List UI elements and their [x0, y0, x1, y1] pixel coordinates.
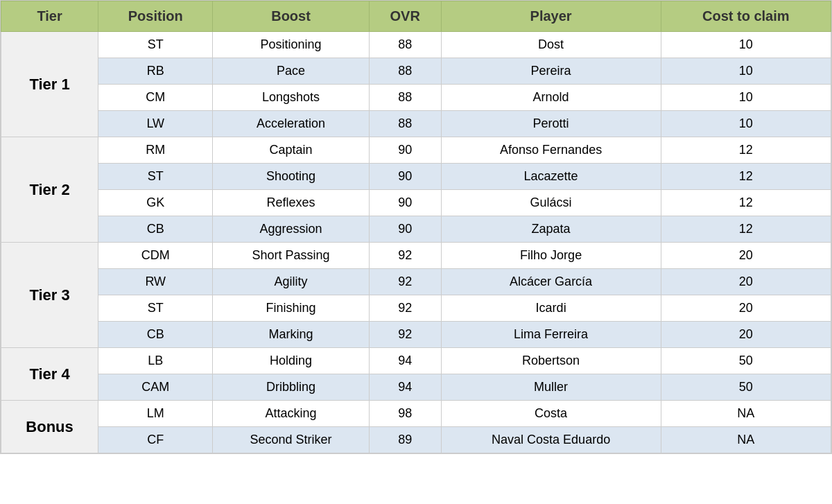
ovr-cell: 90 [369, 216, 441, 243]
position-cell: RW [98, 269, 213, 295]
position-cell: CB [98, 216, 213, 243]
cost-cell: 50 [661, 348, 831, 374]
cost-cell: 10 [661, 111, 831, 137]
position-cell: CF [98, 427, 213, 453]
position-cell: ST [98, 32, 213, 58]
ovr-cell: 90 [369, 164, 441, 190]
table-row: GKReflexes90Gulácsi12 [1, 190, 831, 216]
tier-cell: Tier 1 [1, 32, 98, 137]
table-row: CAMDribbling94Muller50 [1, 374, 831, 401]
ovr-cell: 88 [369, 32, 441, 58]
boost-cell: Acceleration [213, 111, 370, 137]
player-cell: Gulácsi [441, 190, 661, 216]
player-cell: Robertson [441, 348, 661, 374]
boost-cell: Short Passing [213, 243, 370, 269]
player-cell: Alcácer García [441, 269, 661, 295]
ovr-cell: 92 [369, 243, 441, 269]
boost-cell: Marking [213, 322, 370, 348]
ovr-cell: 92 [369, 269, 441, 295]
table-row: CMLongshots88Arnold10 [1, 85, 831, 111]
position-cell: LW [98, 111, 213, 137]
ovr-cell: 94 [369, 348, 441, 374]
table-row: STShooting90Lacazette12 [1, 164, 831, 190]
cost-cell: 10 [661, 58, 831, 85]
table-row: Tier 3CDMShort Passing92Filho Jorge20 [1, 243, 831, 269]
ovr-cell: 88 [369, 111, 441, 137]
cost-cell: 12 [661, 190, 831, 216]
boost-cell: Holding [213, 348, 370, 374]
position-cell: CB [98, 322, 213, 348]
boost-cell: Attacking [213, 401, 370, 427]
table-row: CBMarking92Lima Ferreira20 [1, 322, 831, 348]
cost-cell: 20 [661, 295, 831, 322]
ovr-cell: 90 [369, 137, 441, 164]
ovr-cell: 90 [369, 190, 441, 216]
tiers-table: Tier Position Boost OVR Player Cost to c… [1, 1, 831, 453]
player-cell: Lima Ferreira [441, 322, 661, 348]
boost-cell: Longshots [213, 85, 370, 111]
position-cell: LB [98, 348, 213, 374]
position-cell: RB [98, 58, 213, 85]
ovr-cell: 89 [369, 427, 441, 453]
position-cell: CAM [98, 374, 213, 401]
cost-cell: 50 [661, 374, 831, 401]
ovr-cell: 88 [369, 58, 441, 85]
tier-cell: Tier 4 [1, 348, 98, 401]
cost-cell: NA [661, 427, 831, 453]
position-cell: GK [98, 190, 213, 216]
cost-cell: 20 [661, 269, 831, 295]
cost-cell: 10 [661, 85, 831, 111]
boost-cell: Reflexes [213, 190, 370, 216]
table-row: Tier 2RMCaptain90Afonso Fernandes12 [1, 137, 831, 164]
boost-cell: Agility [213, 269, 370, 295]
position-cell: ST [98, 164, 213, 190]
player-cell: Zapata [441, 216, 661, 243]
header-player: Player [441, 1, 661, 32]
player-cell: Afonso Fernandes [441, 137, 661, 164]
position-cell: CDM [98, 243, 213, 269]
player-cell: Filho Jorge [441, 243, 661, 269]
cost-cell: 12 [661, 216, 831, 243]
header-boost: Boost [213, 1, 370, 32]
position-cell: LM [98, 401, 213, 427]
ovr-cell: 88 [369, 85, 441, 111]
table-row: Tier 1STPositioning88Dost10 [1, 32, 831, 58]
boost-cell: Second Striker [213, 427, 370, 453]
table-row: STFinishing92Icardi20 [1, 295, 831, 322]
table-row: RBPace88Pereira10 [1, 58, 831, 85]
tier-cell: Tier 2 [1, 137, 98, 243]
main-table-container: Tier Position Boost OVR Player Cost to c… [0, 0, 832, 454]
table-body: Tier 1STPositioning88Dost10RBPace88Perei… [1, 32, 831, 453]
boost-cell: Shooting [213, 164, 370, 190]
player-cell: Muller [441, 374, 661, 401]
boost-cell: Captain [213, 137, 370, 164]
boost-cell: Finishing [213, 295, 370, 322]
boost-cell: Pace [213, 58, 370, 85]
header-ovr: OVR [369, 1, 441, 32]
cost-cell: 10 [661, 32, 831, 58]
tier-cell: Bonus [1, 401, 98, 453]
table-row: LWAcceleration88Perotti10 [1, 111, 831, 137]
position-cell: RM [98, 137, 213, 164]
boost-cell: Dribbling [213, 374, 370, 401]
player-cell: Dost [441, 32, 661, 58]
table-row: BonusLMAttacking98CostaNA [1, 401, 831, 427]
header-row: Tier Position Boost OVR Player Cost to c… [1, 1, 831, 32]
cost-cell: 20 [661, 322, 831, 348]
cost-cell: NA [661, 401, 831, 427]
header-position: Position [98, 1, 213, 32]
cost-cell: 20 [661, 243, 831, 269]
player-cell: Icardi [441, 295, 661, 322]
player-cell: Lacazette [441, 164, 661, 190]
player-cell: Costa [441, 401, 661, 427]
ovr-cell: 92 [369, 295, 441, 322]
boost-cell: Positioning [213, 32, 370, 58]
table-row: Tier 4LBHolding94Robertson50 [1, 348, 831, 374]
cost-cell: 12 [661, 137, 831, 164]
header-cost: Cost to claim [661, 1, 831, 32]
player-cell: Perotti [441, 111, 661, 137]
player-cell: Arnold [441, 85, 661, 111]
position-cell: ST [98, 295, 213, 322]
table-row: CBAggression90Zapata12 [1, 216, 831, 243]
ovr-cell: 94 [369, 374, 441, 401]
